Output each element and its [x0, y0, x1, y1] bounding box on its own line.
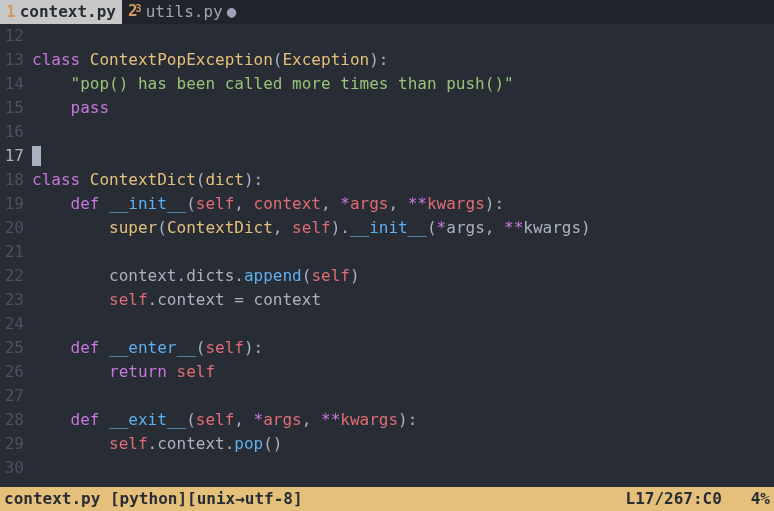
line-number: 14	[0, 72, 32, 96]
line-number: 29	[0, 432, 32, 456]
code-content	[32, 456, 774, 480]
code-content	[32, 144, 774, 168]
code-content: class ContextDict(dict):	[32, 168, 774, 192]
code-line[interactable]: 13class ContextPopException(Exception):	[0, 48, 774, 72]
line-number: 22	[0, 264, 32, 288]
tab-label: context.py	[20, 0, 116, 24]
line-number: 24	[0, 312, 32, 336]
line-number: 13	[0, 48, 32, 72]
tab-bar: 1 context.py 23 utils.py ●	[0, 0, 774, 24]
code-line[interactable]: 20 super(ContextDict, self).__init__(*ar…	[0, 216, 774, 240]
code-content: self.context.pop()	[32, 432, 774, 456]
line-number: 21	[0, 240, 32, 264]
tab-index: 23	[128, 0, 142, 25]
code-line[interactable]: 27	[0, 384, 774, 408]
line-number: 15	[0, 96, 32, 120]
line-number: 27	[0, 384, 32, 408]
code-line[interactable]: 18class ContextDict(dict):	[0, 168, 774, 192]
code-content: def __exit__(self, *args, **kwargs):	[32, 408, 774, 432]
code-content: pass	[32, 96, 774, 120]
code-line[interactable]: 17	[0, 144, 774, 168]
line-number: 16	[0, 120, 32, 144]
code-line[interactable]: 21	[0, 240, 774, 264]
code-line[interactable]: 25 def __enter__(self):	[0, 336, 774, 360]
code-line[interactable]: 28 def __exit__(self, *args, **kwargs):	[0, 408, 774, 432]
modified-indicator-icon: ●	[227, 0, 237, 24]
line-number: 17	[0, 144, 32, 168]
code-content	[32, 240, 774, 264]
code-line[interactable]: 16	[0, 120, 774, 144]
code-content: def __enter__(self):	[32, 336, 774, 360]
code-line[interactable]: 23 self.context = context	[0, 288, 774, 312]
tab-context-py[interactable]: 1 context.py	[0, 0, 122, 24]
line-number: 25	[0, 336, 32, 360]
code-content: context.dicts.append(self)	[32, 264, 774, 288]
code-line[interactable]: 29 self.context.pop()	[0, 432, 774, 456]
code-content: return self	[32, 360, 774, 384]
code-content	[32, 384, 774, 408]
code-content: self.context = context	[32, 288, 774, 312]
code-editor[interactable]: 1213class ContextPopException(Exception)…	[0, 24, 774, 487]
code-content: "pop() has been called more times than p…	[32, 72, 774, 96]
line-number: 12	[0, 24, 32, 48]
code-content	[32, 312, 774, 336]
code-content	[32, 24, 774, 48]
code-line[interactable]: 24	[0, 312, 774, 336]
line-number: 28	[0, 408, 32, 432]
code-line[interactable]: 19 def __init__(self, context, *args, **…	[0, 192, 774, 216]
line-number: 26	[0, 360, 32, 384]
code-content: class ContextPopException(Exception):	[32, 48, 774, 72]
tab-label: utils.py	[146, 0, 223, 24]
line-number: 23	[0, 288, 32, 312]
status-bar: context.py [python][unix→utf-8] L17/267:…	[0, 487, 774, 511]
code-line[interactable]: 12	[0, 24, 774, 48]
code-line[interactable]: 26 return self	[0, 360, 774, 384]
tab-utils-py[interactable]: 23 utils.py ●	[122, 0, 242, 24]
code-content: def __init__(self, context, *args, **kwa…	[32, 192, 774, 216]
tab-index: 1	[6, 0, 16, 24]
code-line[interactable]: 30	[0, 456, 774, 480]
code-content	[32, 120, 774, 144]
code-line[interactable]: 14 "pop() has been called more times tha…	[0, 72, 774, 96]
code-line[interactable]: 22 context.dicts.append(self)	[0, 264, 774, 288]
status-right: L17/267:C0 4%	[626, 487, 771, 511]
line-number: 18	[0, 168, 32, 192]
line-number: 19	[0, 192, 32, 216]
code-content: super(ContextDict, self).__init__(*args,…	[32, 216, 774, 240]
code-line[interactable]: 15 pass	[0, 96, 774, 120]
line-number: 20	[0, 216, 32, 240]
line-number: 30	[0, 456, 32, 480]
text-cursor	[32, 146, 41, 166]
status-left: context.py [python][unix→utf-8]	[4, 487, 626, 511]
